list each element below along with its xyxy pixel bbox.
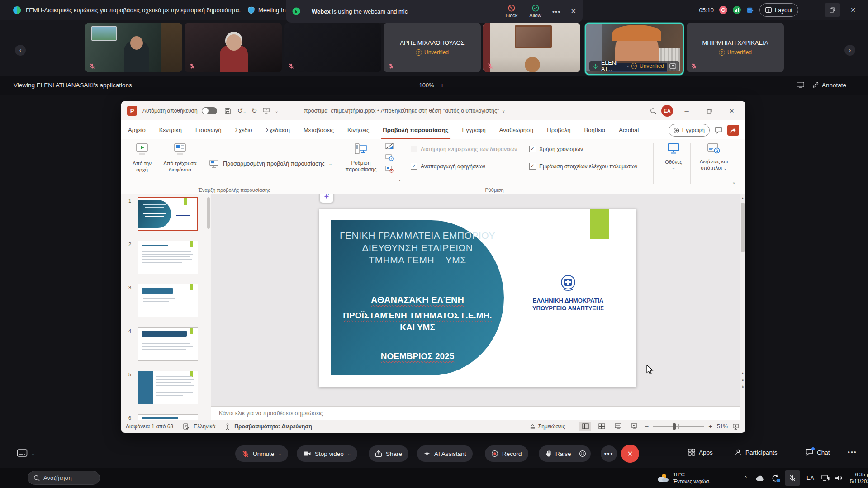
slide-thumbnail-2[interactable] bbox=[138, 241, 198, 274]
ppt-close-icon[interactable]: ✕ bbox=[723, 104, 741, 118]
shared-screen-icon[interactable] bbox=[797, 82, 804, 88]
annotate-button[interactable]: Annotate bbox=[812, 82, 846, 89]
video-tile-birbili[interactable]: ΜΠΙΡΜΠΙΛΗ ΧΑΡΙΚΛΕΙΑ ? Unverified bbox=[687, 23, 784, 72]
more-panel-button[interactable]: ••• bbox=[848, 449, 857, 456]
notification-close-icon[interactable]: ✕ bbox=[570, 7, 576, 15]
qat-chevron-icon[interactable]: ⌄ bbox=[275, 109, 279, 114]
tab-animations[interactable]: Κινήσεις bbox=[341, 120, 376, 139]
onedrive-icon[interactable] bbox=[756, 475, 765, 481]
undo-icon[interactable]: ↺⌄ bbox=[237, 107, 246, 115]
next-slide-icon[interactable]: ⇟ bbox=[740, 384, 745, 390]
zoom-slider[interactable] bbox=[653, 426, 704, 427]
tab-home[interactable]: Κεντρική bbox=[152, 120, 189, 139]
zoom-percent[interactable]: 51% bbox=[717, 423, 728, 430]
view-reading-icon[interactable] bbox=[612, 422, 624, 431]
tab-acrobat[interactable]: Acrobat bbox=[612, 120, 646, 139]
notes-toggle[interactable]: Σημειώσεις bbox=[530, 423, 565, 430]
captions-toggle-button[interactable]: ⌄ bbox=[17, 449, 35, 459]
ai-assistant-button[interactable]: AI Assistant bbox=[417, 445, 473, 462]
monitors-button[interactable]: Οθόνες ⌄ bbox=[659, 143, 688, 170]
block-button[interactable]: Block bbox=[505, 5, 517, 18]
checkbox-show-media-controls[interactable]: ✓Εμφάνιση στοιχείων ελέγχου πολυμέσων bbox=[529, 163, 637, 170]
tab-file[interactable]: Αρχείο bbox=[121, 120, 152, 139]
start-slideshow-qat-icon[interactable] bbox=[263, 108, 270, 114]
autosave-toggle[interactable] bbox=[202, 107, 217, 114]
captions-subtitles-button[interactable]: Λεζάντες καιυπότιτλοι ⌄ bbox=[693, 143, 735, 171]
strip-chevron-right-icon[interactable]: › bbox=[844, 45, 855, 56]
share-button[interactable]: Share bbox=[369, 445, 408, 462]
notes-placeholder[interactable]: Κάντε κλικ για να προσθέσετε σημειώσεις bbox=[219, 410, 323, 417]
slide-thumbnail-6[interactable] bbox=[138, 414, 198, 420]
participants-button[interactable]: Participants bbox=[735, 449, 778, 456]
strip-chevron-left-icon[interactable]: ‹ bbox=[15, 45, 26, 56]
checkbox-keep-updated[interactable]: Διατήρηση ενημέρωσης των διαφανειών bbox=[411, 146, 517, 152]
tab-transitions[interactable]: Μεταβάσεις bbox=[297, 120, 341, 139]
scroll-up2-icon[interactable]: ▲ bbox=[740, 370, 745, 377]
share-document-icon[interactable] bbox=[727, 125, 739, 136]
video-tile-eleni-active[interactable]: ELENI AT... • ? Unverified bbox=[585, 23, 684, 75]
video-tile[interactable] bbox=[185, 23, 282, 72]
volume-icon[interactable] bbox=[835, 474, 843, 482]
sync-icon[interactable] bbox=[771, 474, 779, 482]
slide-thumbnail-4[interactable] bbox=[138, 327, 198, 361]
language-status[interactable]: Ελληνικά bbox=[194, 423, 215, 430]
panel-scrollbar[interactable] bbox=[207, 197, 210, 229]
view-slideshow-icon[interactable] bbox=[628, 422, 640, 431]
leave-meeting-button[interactable]: ✕ bbox=[621, 445, 639, 463]
tab-help[interactable]: Βοήθεια bbox=[578, 120, 612, 139]
from-current-slide-button[interactable]: Από τρέχουσα διαφάνεια bbox=[159, 143, 201, 173]
tab-design[interactable]: Σχέδιο bbox=[228, 120, 259, 139]
minimize-window-icon[interactable]: ─ bbox=[804, 3, 819, 17]
stop-video-button[interactable]: Stop video⌄ bbox=[297, 445, 357, 462]
slide-thumbnail-1[interactable] bbox=[138, 197, 198, 231]
record-presentation-button[interactable]: Εγγραφή bbox=[669, 124, 710, 137]
slide-canvas[interactable]: ΓΕΝΙΚΗ ΓΡΑΜΜΑΤΕΙΑ ΕΜΠΟΡΙΟΥ ΔΙΕΥΘΥΝΣΗ ΕΤΑ… bbox=[319, 209, 636, 387]
slide-thumbnail-3[interactable] bbox=[138, 284, 198, 317]
apps-button[interactable]: Apps bbox=[688, 449, 713, 456]
zoom-out-icon[interactable]: − bbox=[645, 422, 649, 430]
save-icon[interactable] bbox=[224, 108, 231, 114]
record-slideshow-icon[interactable] bbox=[385, 166, 394, 173]
zoom-in-icon[interactable]: + bbox=[708, 422, 712, 430]
record-button[interactable]: Record bbox=[485, 445, 528, 462]
tab-insert[interactable]: Εισαγωγή bbox=[189, 120, 228, 139]
setup-slideshow-button[interactable]: Ρύθμισηπαρουσίασης bbox=[341, 143, 381, 172]
calendar-add-icon[interactable] bbox=[746, 6, 754, 14]
layout-button[interactable]: Layout bbox=[759, 3, 798, 17]
weather-icon[interactable] bbox=[656, 472, 669, 484]
video-tile[interactable] bbox=[483, 23, 580, 72]
accessibility-status[interactable]: Προσβασιμότητα: Διερεύνηση bbox=[234, 423, 312, 430]
tab-slideshow-active[interactable]: Προβολή παρουσίασης bbox=[376, 120, 455, 139]
language-indicator[interactable]: ΕΛ bbox=[806, 475, 814, 481]
title-chevron-icon[interactable]: ∨ bbox=[502, 109, 505, 114]
ribbon-collapse-icon[interactable]: ⌄ bbox=[732, 179, 736, 185]
taskbar-search[interactable]: Αναζήτηση bbox=[28, 471, 100, 485]
video-tile[interactable] bbox=[284, 23, 381, 72]
rehearse-timings-icon[interactable] bbox=[385, 154, 394, 161]
tab-review[interactable]: Αναθεώρηση bbox=[493, 120, 541, 139]
reactions-smiley-icon[interactable] bbox=[579, 450, 586, 457]
network-icon[interactable] bbox=[821, 474, 830, 482]
tray-clock[interactable]: 6:35 μμ 5/11/2025 bbox=[850, 471, 868, 485]
ppt-restore-icon[interactable] bbox=[700, 104, 718, 118]
designer-button[interactable] bbox=[320, 194, 333, 203]
avatar[interactable]: EA bbox=[661, 105, 673, 117]
slide-scrollbar[interactable]: ▲ ▲ ⇞ ⇟ bbox=[740, 194, 745, 420]
ppt-minimize-icon[interactable]: ─ bbox=[678, 104, 696, 118]
redo-icon[interactable]: ↻ bbox=[251, 107, 257, 115]
connection-quality-icon[interactable] bbox=[733, 6, 741, 14]
comments-icon[interactable] bbox=[715, 127, 722, 134]
previous-slide-icon[interactable]: ⇞ bbox=[740, 377, 745, 384]
tab-view[interactable]: Προβολή bbox=[540, 120, 577, 139]
zoom-slider-thumb[interactable] bbox=[673, 423, 676, 430]
zoom-in-button[interactable]: + bbox=[441, 82, 444, 89]
view-normal-icon[interactable] bbox=[579, 422, 591, 431]
tray-chevron-icon[interactable]: ⌃ bbox=[744, 475, 748, 481]
tab-draw[interactable]: Σχεδίαση bbox=[259, 120, 297, 139]
allow-button[interactable]: Allow bbox=[529, 5, 541, 18]
restore-window-icon[interactable] bbox=[825, 3, 840, 17]
slide-thumbnail-5[interactable] bbox=[138, 371, 198, 404]
chevron-down-icon[interactable]: ⌄ bbox=[398, 177, 402, 182]
zoom-out-button[interactable]: − bbox=[409, 82, 413, 89]
custom-slideshow-button[interactable]: Προσαρμοσμένη προβολή παρουσίασης ⌄ bbox=[209, 159, 332, 168]
